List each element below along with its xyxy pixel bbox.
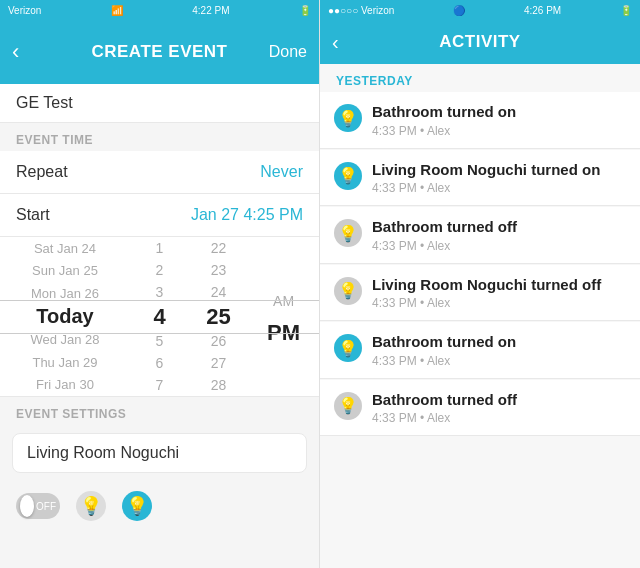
toggle-off-label: OFF [36,501,56,512]
date-time-picker[interactable]: Sat Jan 24 Sun Jan 25 Mon Jan 26 Today W… [0,237,319,397]
picker-date-sun: Sun Jan 25 [0,260,130,283]
picker-am: AM [248,285,319,317]
activity-meta-6: 4:33 PM • Alex [372,411,626,425]
activity-item-3[interactable]: 💡 Bathroom turned off 4:33 PM • Alex [320,207,640,264]
activity-bulb-off-4: 💡 [334,277,362,305]
activity-content-2: Living Room Noguchi turned on 4:33 PM • … [372,160,626,196]
right-battery-icon: 🔋 [620,5,632,16]
left-back-button[interactable]: ‹ [12,39,19,65]
picker-minute-col[interactable]: 22 23 24 25 26 27 28 [189,237,248,396]
left-battery-icon: 🔋 [299,5,311,16]
bulb-off-icon: 💡 [76,491,106,521]
start-value: Jan 27 4:25 PM [191,206,303,224]
start-row[interactable]: Start Jan 27 4:25 PM [0,194,319,237]
device-name-field[interactable]: Living Room Noguchi [12,433,307,473]
activity-item-6[interactable]: 💡 Bathroom turned off 4:33 PM • Alex [320,380,640,437]
bulb-on-icon: 💡 [122,491,152,521]
picker-date-thu: Thu Jan 29 [0,351,130,374]
picker-hour-5: 5 [130,330,189,352]
picker-min-24: 24 [189,281,248,303]
left-panel: Verizon 📶 4:22 PM 🔋 ‹ CREATE EVENT Done … [0,0,320,568]
activity-bulb-off-6: 💡 [334,392,362,420]
left-header-title: CREATE EVENT [91,42,227,62]
picker-date-col[interactable]: Sat Jan 24 Sun Jan 25 Mon Jan 26 Today W… [0,237,130,396]
repeat-label: Repeat [16,163,68,181]
power-toggle[interactable]: OFF [16,493,60,519]
activity-meta-1: 4:33 PM • Alex [372,124,626,138]
left-status-bar: Verizon 📶 4:22 PM 🔋 [0,0,319,20]
activity-content-6: Bathroom turned off 4:33 PM • Alex [372,390,626,426]
activity-content-4: Living Room Noguchi turned off 4:33 PM •… [372,275,626,311]
picker-hour-1: 1 [130,237,189,259]
activity-title-2: Living Room Noguchi turned on [372,160,626,180]
picker-date-mon: Mon Jan 26 [0,282,130,305]
event-settings-label: EVENT SETTINGS [0,397,319,425]
activity-content-3: Bathroom turned off 4:33 PM • Alex [372,217,626,253]
done-button[interactable]: Done [269,43,307,61]
right-time: 4:26 PM [524,5,561,16]
picker-hour-2: 2 [130,259,189,281]
activity-title-4: Living Room Noguchi turned off [372,275,626,295]
picker-min-26: 26 [189,330,248,352]
event-settings-section: EVENT SETTINGS Living Room Noguchi OFF 💡… [0,397,319,568]
right-header: ‹ ACTIVITY [320,20,640,64]
picker-date-sat: Sat Jan 24 [0,237,130,260]
start-label: Start [16,206,50,224]
picker-hour-6: 6 [130,352,189,374]
activity-meta-4: 4:33 PM • Alex [372,296,626,310]
activity-title-3: Bathroom turned off [372,217,626,237]
toggle-row: OFF 💡 💡 [0,481,319,531]
left-carrier: Verizon [8,5,41,16]
picker-min-23: 23 [189,259,248,281]
picker-hour-3: 3 [130,281,189,303]
activity-bulb-on-1: 💡 [334,104,362,132]
activity-item-2[interactable]: 💡 Living Room Noguchi turned on 4:33 PM … [320,150,640,207]
left-wifi-icon: 📶 [111,5,123,16]
right-status-bar: ●●○○○ Verizon 🔵 4:26 PM 🔋 [320,0,640,20]
picker-min-25: 25 [189,304,248,330]
activity-title-5: Bathroom turned on [372,332,626,352]
left-header: ‹ CREATE EVENT Done [0,20,319,84]
picker-date-wed: Wed Jan 28 [0,328,130,351]
yesterday-label: YESTERDAY [320,64,640,92]
picker-hour-col[interactable]: 1 2 3 4 5 6 7 [130,237,189,396]
picker-pm: PM [248,317,319,349]
repeat-value: Never [260,163,303,181]
picker-min-28: 28 [189,374,248,396]
right-bt-icon: 🔵 [453,5,465,16]
activity-item-4[interactable]: 💡 Living Room Noguchi turned off 4:33 PM… [320,265,640,322]
picker-date-fri: Fri Jan 30 [0,373,130,396]
right-panel: ●●○○○ Verizon 🔵 4:26 PM 🔋 ‹ ACTIVITY YES… [320,0,640,568]
activity-bulb-off-3: 💡 [334,219,362,247]
left-time: 4:22 PM [192,5,229,16]
activity-title-1: Bathroom turned on [372,102,626,122]
activity-title-6: Bathroom turned off [372,390,626,410]
activity-bulb-on-5: 💡 [334,334,362,362]
ge-test-label: GE Test [16,94,73,111]
activity-meta-3: 4:33 PM • Alex [372,239,626,253]
picker-ampm-col[interactable]: AM PM [248,237,319,396]
activity-list: YESTERDAY 💡 Bathroom turned on 4:33 PM •… [320,64,640,568]
activity-meta-5: 4:33 PM • Alex [372,354,626,368]
event-time-section-label: EVENT TIME [0,123,319,151]
toggle-knob [20,495,34,517]
picker-min-27: 27 [189,352,248,374]
right-back-button[interactable]: ‹ [332,31,339,54]
activity-item-5[interactable]: 💡 Bathroom turned on 4:33 PM • Alex [320,322,640,379]
activity-meta-2: 4:33 PM • Alex [372,181,626,195]
picker-min-22: 22 [189,237,248,259]
activity-content-5: Bathroom turned on 4:33 PM • Alex [372,332,626,368]
picker-hour-7: 7 [130,374,189,396]
picker-hour-4: 4 [130,304,189,330]
picker-date-today: Today [0,305,130,328]
activity-content-1: Bathroom turned on 4:33 PM • Alex [372,102,626,138]
activity-bulb-on-2: 💡 [334,162,362,190]
right-header-title: ACTIVITY [439,32,520,52]
activity-item-1[interactable]: 💡 Bathroom turned on 4:33 PM • Alex [320,92,640,149]
right-carrier: ●●○○○ Verizon [328,5,394,16]
ge-test-row: GE Test [0,84,319,123]
repeat-row[interactable]: Repeat Never [0,151,319,194]
